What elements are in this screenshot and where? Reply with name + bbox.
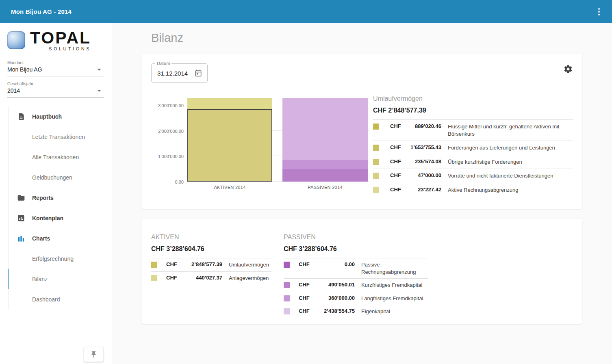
- currency-label: CHF: [299, 295, 313, 301]
- app-bar-title: Mon Bijou AG - 2014: [11, 8, 72, 15]
- passiven-legend-row[interactable]: CHF0.00Passive Rechnungsabgrenzung: [284, 258, 428, 279]
- sidebar-item-hauptbuch[interactable]: Hauptbuch: [0, 106, 112, 127]
- chart-segment-umlaufverm-gen[interactable]: [187, 109, 272, 182]
- pin-sidebar-button[interactable]: [84, 347, 104, 362]
- currency-label: CHF: [390, 123, 404, 129]
- y-axis-tick-label: 1’000’000.00: [151, 154, 184, 159]
- detail-legend-row[interactable]: CHF889’020.46Flüssige Mittel und kurzfr.…: [373, 120, 573, 141]
- sidebar-item-geldbuchungen[interactable]: Geldbuchungen: [0, 167, 112, 188]
- logo-subtext: SOLUTIONS: [49, 46, 91, 51]
- aktiven-legend-row[interactable]: CHF440’027.37Anlagevermögen: [151, 272, 271, 285]
- amount-value: 1’653’755.43: [404, 144, 441, 150]
- geschaeftsjahr-label: Geschäftsjahr: [7, 82, 104, 86]
- legend-total-amount: CHF 2’848’577.39: [373, 107, 573, 114]
- push-pin-icon: [90, 351, 98, 358]
- mandant-value: Mon Bijou AG: [7, 66, 97, 73]
- aktiven-title: AKTIVEN: [151, 234, 271, 241]
- account-name: Forderungen aus Lieferungen und Leistung…: [448, 144, 573, 152]
- y-axis-tick-label: 2’000’000.00: [151, 129, 184, 134]
- account-name: Kurzfristiges Fremdkapital: [361, 282, 428, 289]
- passiven-total: CHF 3’288’604.76: [284, 245, 428, 253]
- bar-chart-icon: [17, 234, 25, 243]
- stacked-bar-chart: 0.001’000’000.002’000’000.003’000’000.00…: [151, 94, 369, 194]
- sidebar-item-label: Letzte Transaktionen: [32, 134, 85, 140]
- chart-card: Datum 31.12.2014 0.001’000’000.002’000’0…: [142, 54, 582, 209]
- bar-aktiven: [187, 94, 272, 182]
- sidebar-item-bilanz[interactable]: Bilanz: [0, 269, 112, 289]
- sidebar-item-letzte-transaktionen[interactable]: Letzte Transaktionen: [0, 127, 112, 147]
- detail-legend-row[interactable]: CHF23’227.42Aktive Rechnungsabgrenzung: [373, 183, 573, 197]
- aktiven-summary: AKTIVEN CHF 3’288’604.76 CHF2’848’577.39…: [151, 234, 271, 318]
- calendar-icon[interactable]: [194, 69, 202, 77]
- detail-legend-row[interactable]: CHF47’000.00Vorräte und nicht fakturiert…: [373, 169, 573, 183]
- account-name: Eigenkapital: [361, 308, 428, 315]
- topal-logo-icon: [7, 31, 25, 49]
- passiven-summary: PASSIVEN CHF 3’288’604.76 CHF0.00Passive…: [284, 234, 428, 318]
- mandant-label: Mandant: [7, 61, 104, 65]
- sidebar-item-label: Kontenplan: [32, 215, 63, 221]
- chart-plot-area: [187, 94, 369, 182]
- datum-field-label: Datum: [155, 61, 171, 66]
- legend-title: Umlaufvermögen: [373, 95, 573, 102]
- geschaeftsjahr-value: 2014: [7, 87, 97, 94]
- currency-label: CHF: [299, 308, 313, 314]
- legend-color-swatch: [373, 145, 379, 151]
- currency-label: CHF: [390, 144, 404, 150]
- datum-field[interactable]: Datum 31.12.2014: [151, 63, 208, 83]
- chart-detail-legend: Umlaufvermögen CHF 2’848’577.39 CHF889’0…: [373, 94, 573, 197]
- geschaeftsjahr-select[interactable]: 2014: [7, 86, 104, 98]
- gear-icon[interactable]: [563, 64, 573, 74]
- legend-color-swatch: [151, 275, 157, 281]
- account-name: Aktive Rechnungsabgrenzung: [448, 186, 573, 194]
- legend-color-swatch: [284, 295, 290, 301]
- chart-segment-eigenkapital[interactable]: [282, 98, 368, 160]
- mandant-select[interactable]: Mon Bijou AG: [7, 65, 104, 76]
- sidebar-item-charts[interactable]: Charts: [0, 228, 112, 249]
- detail-legend-row[interactable]: CHF1’653’755.43Forderungen aus Lieferung…: [373, 141, 573, 155]
- sidebar-nav: HauptbuchLetzte TransaktionenAlle Transa…: [0, 106, 112, 310]
- sidebar-item-label: Geldbuchungen: [32, 174, 72, 181]
- amount-value: 235’574.08: [404, 158, 441, 165]
- y-axis-tick-label: 0.00: [151, 180, 184, 184]
- legend-color-swatch: [151, 262, 157, 268]
- sidebar-item-label: Erfolgsrechnung: [32, 256, 74, 262]
- sidebar-item-kontenplan[interactable]: Kontenplan: [0, 208, 112, 228]
- chevron-down-icon: [97, 69, 101, 71]
- detail-legend-row[interactable]: CHF235’574.08Übrige kurzfristige Forderu…: [373, 155, 573, 169]
- x-axis-category-label: PASSIVEN 2014: [282, 185, 368, 190]
- account-name: Umlaufvermögen: [229, 261, 271, 269]
- chevron-down-icon: [97, 90, 101, 92]
- amount-value: 2’438’554.75: [313, 308, 355, 314]
- aktiven-legend-row[interactable]: CHF2’848’577.39Umlaufvermögen: [151, 258, 271, 272]
- x-axis-category-label: AKTIVEN 2014: [187, 185, 272, 190]
- passiven-legend-row[interactable]: CHF2’438’554.75Eigenkapital: [284, 305, 428, 318]
- chart-segment-langfristiges-fremdkapital[interactable]: [282, 160, 368, 169]
- kebab-menu-icon[interactable]: [596, 6, 602, 18]
- chart-segment-anlageverm-gen[interactable]: [187, 98, 272, 109]
- legend-color-swatch: [373, 159, 379, 165]
- currency-label: CHF: [299, 261, 313, 267]
- datum-field-value: 31.12.2014: [157, 70, 194, 77]
- legend-color-swatch: [284, 262, 290, 268]
- sidebar-item-label: Charts: [32, 235, 50, 242]
- document-icon: [17, 113, 25, 121]
- sidebar-item-label: Reports: [32, 195, 54, 201]
- y-axis-tick-label: 3’000’000.00: [151, 103, 184, 108]
- sidebar-item-alle-transaktionen[interactable]: Alle Transaktionen: [0, 147, 112, 167]
- sidebar-item-erfolgsrechnung[interactable]: Erfolgsrechnung: [0, 249, 112, 269]
- chart-segment-kurzfristiges-fremdkapital[interactable]: [282, 169, 368, 182]
- passiven-legend-row[interactable]: CHF360’000.00Langfristiges Fremdkapital: [284, 292, 428, 306]
- sidebar-item-label: Alle Transaktionen: [32, 154, 79, 160]
- chart-box-icon: [17, 214, 25, 222]
- amount-value: 889’020.46: [404, 123, 441, 129]
- amount-value: 490’050.01: [313, 282, 355, 288]
- sidebar-item-dashboard[interactable]: Dashboard: [0, 289, 112, 310]
- amount-value: 23’227.42: [404, 186, 441, 193]
- amount-value: 47’000.00: [404, 172, 441, 178]
- amount-value: 2’848’577.39: [181, 261, 222, 267]
- sidebar-item-reports[interactable]: Reports: [0, 188, 112, 208]
- sidebar-item-label: Hauptbuch: [32, 113, 62, 120]
- account-name: Vorräte und nicht fakturierte Dienstleis…: [448, 172, 573, 180]
- passiven-title: PASSIVEN: [284, 234, 428, 241]
- passiven-legend-row[interactable]: CHF490’050.01Kurzfristiges Fremdkapital: [284, 279, 428, 292]
